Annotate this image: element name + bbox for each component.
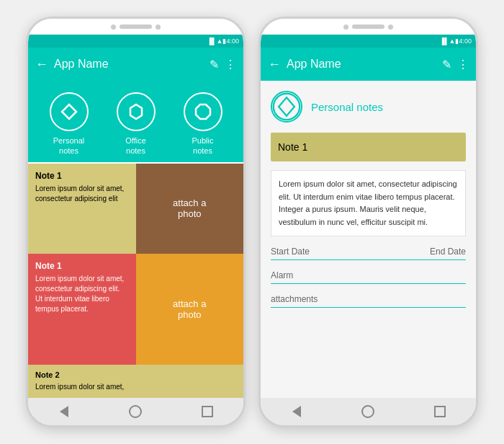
bottom-bar-left <box>28 398 243 425</box>
personal-circle <box>50 92 89 131</box>
diamond-shape <box>60 103 78 120</box>
note1-body: Lorem ipsum dolor sit amet, consectetur … <box>35 184 129 204</box>
category-public[interactable]: Publicnotes <box>184 92 222 156</box>
phone-top-bar-right <box>261 19 476 35</box>
note1-red-body: Lorem ipsum dolor sit amet, consectetur … <box>35 274 129 314</box>
note1-header-card: Note 1 <box>271 133 466 161</box>
octagon-shape <box>194 103 212 120</box>
office-label: Officenotes <box>125 136 146 156</box>
attachments-label: attachments <box>271 294 318 304</box>
triangle-icon-right <box>292 406 301 417</box>
recents-nav-left[interactable] <box>199 404 215 419</box>
attachments-field[interactable]: attachments <box>261 288 476 306</box>
left-phone: ▐▌ ▲ ▮ 4:00 ← App Name ✎ ⋮ <box>26 17 246 427</box>
edit-icon-left[interactable]: ✎ <box>210 58 219 71</box>
circle-icon-right <box>361 405 374 418</box>
app-title-right: App Name <box>287 58 436 71</box>
circle-icon <box>129 405 142 418</box>
attach-photo-1-label: attach aphoto <box>173 197 206 219</box>
camera-dot-right <box>343 25 348 30</box>
square-icon-right <box>434 406 446 417</box>
alarm-underline <box>271 283 466 284</box>
public-circle <box>184 92 222 131</box>
bottom-bar-right <box>261 398 476 425</box>
note2-card[interactable]: Note 2 Lorem ipsum dolor sit amet, <box>28 365 243 398</box>
wifi-icon-right: ▲ <box>449 37 456 45</box>
phone-top-bar-left <box>28 19 243 35</box>
more-icon-right[interactable]: ⋮ <box>457 58 469 71</box>
speaker-right <box>352 25 384 29</box>
start-date-label: Start Date <box>271 247 430 257</box>
app-bar-left: ← App Name ✎ ⋮ <box>28 48 243 81</box>
svg-marker-4 <box>279 97 294 115</box>
left-screen: ▐▌ ▲ ▮ 4:00 ← App Name ✎ ⋮ <box>28 35 243 398</box>
home-nav-left[interactable] <box>127 404 143 419</box>
end-date-label: End Date <box>430 247 466 257</box>
category-personal[interactable]: Personalnotes <box>50 92 89 156</box>
hexagon-shape <box>127 103 145 120</box>
personal-notes-header: Personal notes <box>261 81 476 128</box>
note1-header-title: Note 1 <box>278 141 307 153</box>
scene: ▐▌ ▲ ▮ 4:00 ← App Name ✎ ⋮ <box>19 9 485 435</box>
note1-red-title: Note 1 <box>35 261 129 271</box>
alarm-label: Alarm <box>271 270 293 280</box>
square-icon <box>202 406 213 417</box>
recents-nav-right[interactable] <box>432 404 448 419</box>
sensor-dot <box>156 25 161 30</box>
category-row: Personalnotes Officenotes <box>28 81 243 162</box>
personal-notes-label: Personal notes <box>311 101 383 113</box>
app-title-left: App Name <box>54 58 204 71</box>
signal-icon-right: ▐▌ <box>440 37 449 45</box>
back-button-left[interactable]: ← <box>35 57 48 72</box>
edit-icon-right[interactable]: ✎ <box>442 58 451 71</box>
personal-diamond-icon <box>271 91 302 123</box>
signal-icon: ▐▌ <box>207 37 217 45</box>
app-bar-right: ← App Name ✎ ⋮ <box>261 48 476 81</box>
status-bar-right: ▐▌ ▲ ▮ 4:00 <box>261 35 476 48</box>
svg-marker-0 <box>62 105 76 119</box>
office-circle <box>117 92 156 131</box>
note-detail-text: Lorem ipsum dolor sit amet, consectetur … <box>271 170 466 236</box>
date-row: Start Date End Date <box>261 241 476 258</box>
public-label: Publicnotes <box>192 136 214 156</box>
back-nav-right[interactable] <box>289 404 305 419</box>
right-screen: ▐▌ ▲ ▮ 4:00 ← App Name ✎ ⋮ P <box>261 35 476 398</box>
camera-dot <box>111 25 116 30</box>
category-office[interactable]: Officenotes <box>117 92 156 156</box>
right-phone: ▐▌ ▲ ▮ 4:00 ← App Name ✎ ⋮ P <box>258 17 478 427</box>
note-card-yellow[interactable]: Note 1 Lorem ipsum dolor sit amet, conse… <box>28 164 136 254</box>
more-icon-left[interactable]: ⋮ <box>225 58 236 71</box>
triangle-icon <box>60 406 68 417</box>
note1-title: Note 1 <box>35 171 129 181</box>
speaker <box>120 25 152 29</box>
alarm-field[interactable]: Alarm <box>261 265 476 282</box>
attach-photo-2[interactable]: attach aphoto <box>136 254 244 365</box>
svg-marker-2 <box>196 105 210 119</box>
note-card-red[interactable]: Note 1 Lorem ipsum dolor sit amet, conse… <box>28 254 136 365</box>
attach-photo-2-label: attach aphoto <box>173 298 206 320</box>
note2-body: Lorem ipsum dolor sit amet, <box>35 382 236 392</box>
back-button-right[interactable]: ← <box>268 57 281 72</box>
diamond-svg <box>272 91 301 123</box>
note2-title: Note 2 <box>35 370 236 379</box>
time-right: 4:00 <box>459 37 472 45</box>
attach-photo-1[interactable]: attach aphoto <box>136 164 244 254</box>
personal-label: Personalnotes <box>53 136 84 156</box>
home-nav-right[interactable] <box>360 404 376 419</box>
wifi-icon: ▲ <box>217 37 223 45</box>
sensor-dot-right <box>388 25 393 30</box>
notes-grid: Note 1 Lorem ipsum dolor sit amet, conse… <box>28 164 243 365</box>
time-left: 4:00 <box>226 37 239 45</box>
status-bar-left: ▐▌ ▲ ▮ 4:00 <box>28 35 243 48</box>
attachments-underline <box>271 307 466 308</box>
date-underline <box>271 259 466 260</box>
svg-marker-1 <box>130 105 142 119</box>
back-nav-left[interactable] <box>56 404 72 419</box>
